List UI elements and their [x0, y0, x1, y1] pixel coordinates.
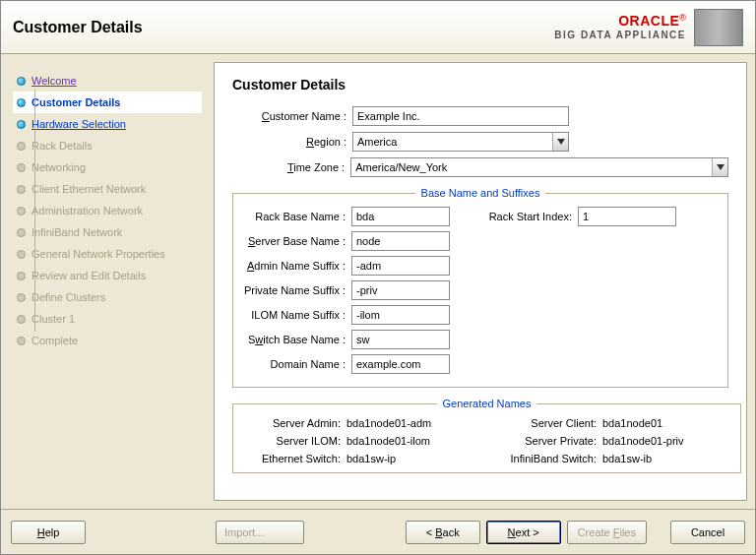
wizard-step-2[interactable]: Hardware Selection	[13, 113, 202, 135]
step-label: Hardware Selection	[32, 118, 126, 130]
step-bullet-icon	[17, 185, 26, 194]
wizard-step-12: Complete	[13, 330, 202, 351]
customer-name-input[interactable]	[352, 106, 569, 126]
gen-ib-switch-label: InfiniBand Switch:	[484, 453, 602, 464]
region-combo[interactable]: America	[352, 132, 569, 152]
wizard-step-10: Define Clusters	[13, 286, 202, 308]
create-files-button[interactable]: Create Files	[567, 521, 647, 544]
rack-base-label: Rack Base Name :	[243, 211, 351, 222]
wizard-step-11: Cluster 1	[13, 308, 202, 330]
generated-names-legend: Generated Names	[437, 398, 537, 409]
brand-subtitle: BIG DATA APPLIANCE	[554, 30, 686, 40]
gen-server-ilom-value: bda1node01-ilom	[346, 435, 484, 447]
next-button[interactable]: Next >	[486, 521, 561, 544]
step-bullet-icon	[17, 120, 26, 129]
footer: Help Import... < Back Next > Create File…	[1, 509, 755, 554]
wizard-window: Customer Details ORACLE® BIG DATA APPLIA…	[0, 0, 756, 555]
switch-base-input[interactable]	[351, 330, 450, 349]
step-label: Client Ethernet Network	[32, 183, 146, 195]
wizard-step-1: Customer Details	[13, 92, 202, 113]
step-bullet-icon	[17, 293, 26, 302]
wizard-step-7: InfiniBand Network	[13, 221, 202, 243]
step-bullet-icon	[17, 272, 26, 280]
gen-server-admin-value: bda1node01-adm	[346, 417, 484, 429]
cancel-button[interactable]: Cancel	[670, 521, 745, 544]
wizard-step-5: Client Ethernet Network	[13, 178, 202, 200]
gen-ib-switch-value: bda1sw-ib	[602, 453, 730, 464]
admin-suffix-input[interactable]	[351, 256, 450, 276]
gen-server-client-label: Server Client:	[484, 417, 602, 429]
step-label: Welcome	[32, 75, 77, 87]
wizard-step-0[interactable]: Welcome	[13, 70, 202, 92]
gen-server-client-value: bda1node01	[602, 417, 730, 429]
wizard-step-8: General Network Properties	[13, 243, 202, 265]
base-names-legend: Base Name and Suffixes	[415, 187, 546, 199]
wizard-step-6: Administration Network	[13, 200, 202, 221]
rack-start-input[interactable]	[578, 207, 676, 226]
help-button[interactable]: Help	[11, 521, 86, 544]
ilom-suffix-label: ILOM Name Suffix :	[243, 309, 351, 321]
step-bullet-icon	[17, 77, 26, 86]
step-bullet-icon	[17, 250, 26, 259]
brand: ORACLE® BIG DATA APPLIANCE	[554, 9, 743, 46]
gen-eth-switch-value: bda1sw-ip	[346, 453, 484, 464]
private-suffix-label: Private Name Suffix :	[243, 284, 351, 296]
step-bullet-icon	[17, 337, 26, 345]
ilom-suffix-input[interactable]	[351, 305, 450, 325]
server-base-input[interactable]	[351, 231, 450, 251]
step-label: Networking	[32, 161, 86, 173]
appliance-image	[694, 9, 743, 46]
wizard-steps-sidebar: WelcomeCustomer DetailsHardware Selectio…	[9, 62, 206, 501]
brand-oracle: ORACLE	[618, 13, 679, 29]
gen-server-private-label: Server Private:	[484, 435, 602, 447]
admin-suffix-label: Admin Name Suffix :	[243, 260, 351, 272]
base-names-fieldset: Base Name and Suffixes Rack Base Name : …	[232, 187, 728, 388]
main-title: Customer Details	[232, 77, 728, 92]
wizard-step-9: Review and Edit Details	[13, 265, 202, 286]
gen-server-private-value: bda1node01-priv	[602, 435, 730, 447]
customer-name-label: Customer Name :	[232, 110, 352, 122]
private-suffix-input[interactable]	[351, 280, 450, 300]
page-title: Customer Details	[13, 19, 143, 36]
step-label: Cluster 1	[32, 313, 75, 325]
wizard-step-3: Rack Details	[13, 135, 202, 156]
generated-names-fieldset: Generated Names Server Admin: bda1node01…	[232, 398, 741, 473]
header: Customer Details ORACLE® BIG DATA APPLIA…	[1, 1, 755, 54]
step-label: Rack Details	[32, 140, 93, 152]
step-label: Administration Network	[32, 205, 143, 216]
step-label: Define Clusters	[32, 291, 105, 303]
chevron-down-icon	[712, 158, 727, 176]
chevron-down-icon	[552, 133, 568, 151]
domain-label: Domain Name :	[243, 358, 351, 370]
step-bullet-icon	[17, 142, 26, 151]
step-label: Customer Details	[32, 96, 120, 108]
switch-base-label: Switch Base Name :	[243, 334, 351, 345]
import-button[interactable]: Import...	[216, 521, 304, 544]
step-label: Review and Edit Details	[32, 270, 146, 281]
wizard-step-4: Networking	[13, 156, 202, 178]
step-label: Complete	[32, 335, 78, 346]
gen-server-admin-label: Server Admin:	[243, 417, 346, 429]
step-bullet-icon	[17, 98, 26, 107]
server-base-label: Server Base Name :	[243, 235, 351, 247]
gen-eth-switch-label: Ethernet Switch:	[243, 453, 346, 464]
domain-input[interactable]	[351, 354, 450, 374]
step-label: General Network Properties	[32, 248, 165, 260]
main-panel: Customer Details Customer Name : Region …	[214, 62, 747, 501]
rack-start-label: Rack Start Index:	[470, 211, 578, 222]
step-bullet-icon	[17, 207, 26, 216]
step-bullet-icon	[17, 163, 26, 172]
timezone-combo[interactable]: America/New_York	[350, 157, 728, 177]
step-label: InfiniBand Network	[32, 226, 122, 238]
back-button[interactable]: < Back	[406, 521, 480, 544]
region-label: Region :	[232, 136, 352, 148]
step-bullet-icon	[17, 228, 26, 237]
rack-base-input[interactable]	[351, 207, 450, 226]
timezone-label: Time Zone :	[232, 161, 350, 173]
gen-server-ilom-label: Server ILOM:	[243, 435, 346, 447]
step-bullet-icon	[17, 315, 26, 324]
